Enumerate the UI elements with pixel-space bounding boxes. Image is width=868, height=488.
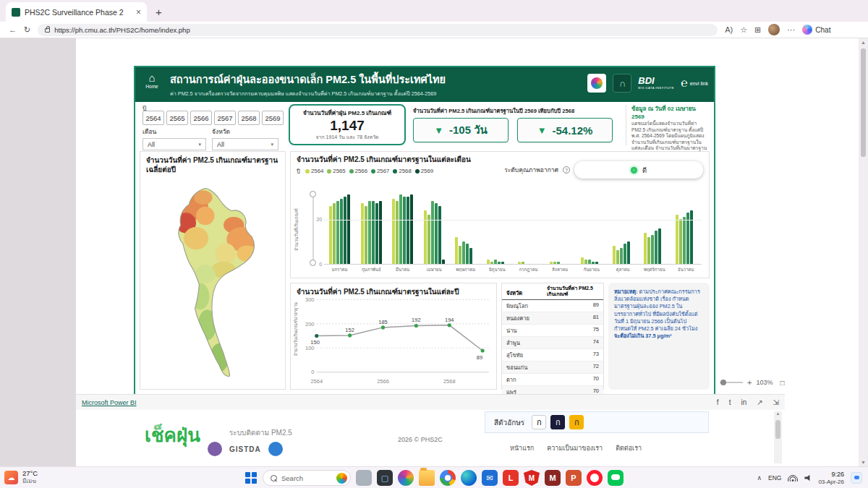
year-button-2565[interactable]: 2565 xyxy=(166,111,188,125)
inner-scrollbar[interactable]: ▲ xyxy=(774,411,782,463)
taskbar-clock[interactable]: 9:26 03-Apr-26 xyxy=(818,471,844,485)
footer-link[interactable]: ความเป็นมาของเรา xyxy=(547,443,603,453)
refresh-icon[interactable]: ↻ xyxy=(24,25,30,35)
bar-2564[interactable] xyxy=(676,215,678,264)
tab-close-icon[interactable]: × xyxy=(136,7,141,17)
bar-2565[interactable] xyxy=(459,246,461,264)
table-row[interactable]: น่าน75 xyxy=(502,325,603,337)
range-slider[interactable] xyxy=(310,191,317,266)
opera-browser-icon[interactable] xyxy=(587,470,603,486)
bar-2566[interactable] xyxy=(494,260,497,264)
bar-2564[interactable] xyxy=(361,203,364,264)
more-icon[interactable]: ⋯ xyxy=(787,25,795,35)
year-button-2566[interactable]: 2566 xyxy=(190,111,212,125)
taskbar-search[interactable]: Search xyxy=(263,470,351,486)
bar-2568[interactable] xyxy=(375,203,378,264)
legend-item-2566[interactable]: 2566 xyxy=(349,168,367,174)
fullscreen-icon[interactable]: ⇲ xyxy=(773,398,779,406)
bar-2567[interactable] xyxy=(372,201,375,264)
table-row[interactable]: ตาก70 xyxy=(502,374,603,386)
wifi-icon[interactable] xyxy=(788,475,798,481)
font-color-button-3[interactable]: ก xyxy=(569,415,584,429)
bar-2564[interactable] xyxy=(550,262,553,264)
scroll-down-icon[interactable]: ▼ xyxy=(859,460,868,465)
bar-2566[interactable] xyxy=(462,241,465,264)
l-app-icon[interactable]: L xyxy=(503,470,519,486)
legend-item-2567[interactable]: 2567 xyxy=(371,168,389,174)
table-row[interactable]: พิษณุโลก89 xyxy=(502,300,603,312)
scroll-up-icon[interactable]: ▲ xyxy=(859,40,868,45)
mail-app-icon[interactable]: ✉ xyxy=(482,470,498,486)
read-aloud-icon[interactable]: A) xyxy=(725,25,733,34)
legend-item-2564[interactable]: 2564 xyxy=(305,168,323,174)
bar-2568[interactable] xyxy=(344,197,346,264)
back-icon[interactable]: ← xyxy=(9,25,17,34)
linkedin-icon[interactable]: in xyxy=(741,398,746,406)
bar-2568[interactable] xyxy=(627,241,630,264)
share-icon[interactable]: ↗ xyxy=(757,398,762,406)
bar-2565[interactable] xyxy=(396,201,399,264)
bar-2565[interactable] xyxy=(490,262,493,264)
bar-2568[interactable] xyxy=(438,206,441,264)
bar-2565[interactable] xyxy=(333,203,336,264)
table-row[interactable]: ลำพูน74 xyxy=(502,337,603,349)
footer-link[interactable]: ติดต่อเรา xyxy=(616,443,642,453)
scroll-up-icon[interactable]: ▲ xyxy=(774,411,782,416)
bar-2567[interactable] xyxy=(340,199,343,264)
bar-2564[interactable] xyxy=(455,237,458,264)
volume-icon[interactable] xyxy=(804,474,812,481)
gistda-logo[interactable]: GISTDA xyxy=(229,445,261,453)
bar-plot[interactable]: มกราคมกุมภาพันธ์มีนาคมเมษายนพฤษภาคมมิถุน… xyxy=(324,192,702,265)
bar-2565[interactable] xyxy=(679,219,682,264)
zoom-in-icon[interactable]: + xyxy=(747,378,752,387)
partner-logo-circle-purple[interactable] xyxy=(208,442,222,456)
bar-2564[interactable] xyxy=(613,246,616,264)
profile-avatar[interactable] xyxy=(768,24,780,35)
footer-link[interactable]: หน้าแรก xyxy=(510,443,534,453)
bar-2567[interactable] xyxy=(466,244,469,264)
help-icon[interactable]: ? xyxy=(563,166,570,174)
edge-browser-icon[interactable] xyxy=(461,470,477,486)
bar-2567[interactable] xyxy=(686,213,689,264)
bar-2565[interactable] xyxy=(647,237,650,264)
bar-2564[interactable] xyxy=(424,210,427,264)
powerbi-link[interactable]: Microsoft Power BI xyxy=(82,399,137,406)
bar-2565[interactable] xyxy=(553,262,556,264)
bar-2565[interactable] xyxy=(584,260,587,264)
favorite-icon[interactable]: ☆ xyxy=(740,25,747,35)
bar-2569[interactable] xyxy=(442,260,445,264)
bar-2564[interactable] xyxy=(518,262,521,264)
bar-2565[interactable] xyxy=(427,215,430,264)
bar-2564[interactable] xyxy=(329,206,332,264)
m-app-icon[interactable]: M xyxy=(545,470,561,486)
bar-2566[interactable] xyxy=(431,201,434,264)
year-button-2567[interactable]: 2567 xyxy=(214,111,236,125)
home-button[interactable]: ⌂ Home xyxy=(140,72,164,89)
table-row[interactable]: ขอนแก่น72 xyxy=(502,361,603,374)
line-app-icon[interactable] xyxy=(608,470,624,486)
language-indicator[interactable]: ENG xyxy=(768,474,781,481)
fit-to-page-icon[interactable]: □ xyxy=(780,379,784,387)
security-app-icon[interactable]: M xyxy=(524,470,540,486)
bar-2565[interactable] xyxy=(522,262,524,264)
bar-2566[interactable] xyxy=(557,262,560,264)
year-button-2568[interactable]: 2568 xyxy=(238,111,260,125)
bar-2566[interactable] xyxy=(588,260,591,264)
bar-2567[interactable] xyxy=(655,231,658,264)
bar-2566[interactable] xyxy=(368,201,371,264)
bar-2568[interactable] xyxy=(407,197,409,264)
bar-2568[interactable] xyxy=(658,228,661,265)
twitter-icon[interactable]: t xyxy=(729,398,731,406)
bar-2564[interactable] xyxy=(644,233,647,264)
legend-item-2568[interactable]: 2568 xyxy=(393,168,411,174)
chrome-browser-icon[interactable] xyxy=(440,470,456,486)
bar-2564[interactable] xyxy=(487,260,490,264)
start-button[interactable] xyxy=(244,471,258,484)
powerpoint-app-icon[interactable]: P xyxy=(566,470,582,486)
extensions-icon[interactable]: ⊞ xyxy=(754,25,761,35)
bar-2564[interactable] xyxy=(392,199,395,264)
year-button-2564[interactable]: 2564 xyxy=(142,111,164,125)
bar-2569[interactable] xyxy=(410,194,413,264)
browser-tab[interactable]: PHS2C Surveillance Phase 2 × xyxy=(6,2,147,22)
browser-scrollbar[interactable]: ▲ ▼ xyxy=(859,38,868,466)
